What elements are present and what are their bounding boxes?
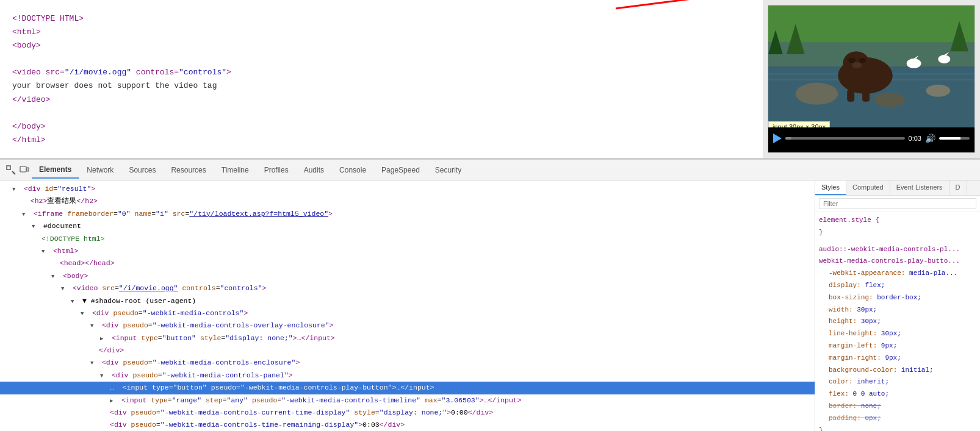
dom-line[interactable]: <body> xyxy=(0,270,815,282)
main-container: <!DOCTYPE HTML> <html> <body> <video src… xyxy=(0,0,980,431)
dom-line-iframe[interactable]: <iframe frameborder="0" name="i" src="/t… xyxy=(0,208,815,220)
triangle-icon xyxy=(22,210,29,219)
video-controls-bar: 0:03 🔊 xyxy=(768,127,975,149)
page-source: <!DOCTYPE HTML> <html> <body> <video src… xyxy=(0,0,763,158)
styles-tab-computed[interactable]: Computed xyxy=(846,180,890,195)
source-line xyxy=(12,52,751,66)
tab-timeline[interactable]: Timeline xyxy=(214,162,257,178)
triangle-icon xyxy=(71,297,78,306)
source-line: <body> xyxy=(12,39,751,52)
devtools-panel: Elements Network Sources Resources Timel… xyxy=(0,159,980,431)
source-line: <video src="/i/movie.ogg" controls="cont… xyxy=(12,66,751,79)
triangle-icon xyxy=(110,397,117,405)
dom-line[interactable]: ▼ #shadow-root (user-agent) xyxy=(0,295,815,307)
progress-bar[interactable] xyxy=(785,137,905,140)
tab-audits[interactable]: Audits xyxy=(297,162,332,178)
svg-point-6 xyxy=(874,93,905,107)
dom-line[interactable]: <div pseudo="-webkit-media-controls-encl… xyxy=(0,357,815,369)
dom-line[interactable]: <!DOCTYPE html> xyxy=(0,233,815,245)
triangle-icon xyxy=(41,248,49,256)
style-prop: -webkit-appearance: media-pla... xyxy=(819,268,976,280)
styles-panel: Styles Computed Event Listeners D elemen… xyxy=(815,180,980,431)
time-display: 0:03 xyxy=(909,135,921,142)
svg-point-11 xyxy=(859,58,866,63)
style-prop: margin-left: 9px; xyxy=(819,340,976,352)
styles-filter-input[interactable] xyxy=(819,198,976,209)
dom-line[interactable]: #document xyxy=(0,220,815,232)
volume-icon: 🔊 xyxy=(925,134,935,144)
style-prop: margin-right: 9px; xyxy=(819,352,976,365)
html-source-code: <!DOCTYPE HTML> <html> <body> <video src… xyxy=(12,12,751,147)
play-button[interactable] xyxy=(773,134,782,143)
style-selector: audio::-webkit-media-controls-pl... xyxy=(819,244,976,256)
video-preview: input 30px × 30px 0:03 🔊 xyxy=(768,5,975,153)
triangle-icon xyxy=(51,272,59,281)
tab-sources[interactable]: Sources xyxy=(121,162,164,178)
tab-profiles[interactable]: Profiles xyxy=(257,162,297,178)
dom-line[interactable]: <div pseudo="-webkit-media-controls-pane… xyxy=(0,369,815,382)
triangle-icon xyxy=(90,322,98,330)
svg-point-5 xyxy=(796,83,838,105)
dom-line[interactable]: <h2>查看结果</h2> xyxy=(0,195,815,207)
style-prop: background-color: initial; xyxy=(819,365,976,377)
devtools-main: <div id="result"> <h2>查看结果</h2> <iframe … xyxy=(0,180,980,431)
tab-pagespeed[interactable]: PageSpeed xyxy=(374,162,428,178)
dom-line[interactable]: <div pseudo="-webkit-media-controls-time… xyxy=(0,419,815,431)
input-size-tooltip: input 30px × 30px xyxy=(768,121,830,127)
style-prop: box-sizing: border-box; xyxy=(819,292,976,304)
svg-point-12 xyxy=(852,62,862,68)
svg-point-7 xyxy=(926,85,950,97)
triangle-icon xyxy=(100,335,107,343)
source-line: </html> xyxy=(12,134,751,147)
video-scene xyxy=(768,5,975,127)
browser-top: <!DOCTYPE HTML> <html> <body> <video src… xyxy=(0,0,980,159)
svg-rect-13 xyxy=(847,90,854,102)
device-mode-icon[interactable] xyxy=(18,164,31,176)
volume-slider[interactable] xyxy=(939,137,970,140)
dom-line-video[interactable]: <video src="/i/movie.ogg" controls="cont… xyxy=(0,282,815,294)
style-prop: color: inherit; xyxy=(819,376,976,388)
inspect-element-icon[interactable] xyxy=(5,164,17,176)
devtools-tabs: Elements Network Sources Resources Timel… xyxy=(32,162,469,179)
style-prop-strikethrough: padding: 0px; xyxy=(819,413,976,425)
triangle-icon xyxy=(90,359,98,368)
devtools-toolbar: Elements Network Sources Resources Timel… xyxy=(0,160,980,180)
source-line: your browser does not support the video … xyxy=(12,79,751,93)
styles-tab-styles[interactable]: Styles xyxy=(815,180,846,195)
triangle-icon xyxy=(100,372,107,380)
tab-elements[interactable]: Elements xyxy=(32,162,79,179)
dom-line[interactable]: <html> xyxy=(0,245,815,257)
style-prop: display: flex; xyxy=(819,280,976,292)
tab-network[interactable]: Network xyxy=(79,162,121,178)
dom-line[interactable]: <input type="button" style="display: non… xyxy=(0,332,815,344)
svg-rect-27 xyxy=(27,168,29,171)
style-prop: flex: 0 0 auto; xyxy=(819,388,976,401)
dom-line[interactable]: <div pseudo="-webkit-media-controls"> xyxy=(0,307,815,319)
dom-panel[interactable]: <div id="result"> <h2>查看结果</h2> <iframe … xyxy=(0,180,815,431)
triangle-icon xyxy=(32,223,39,231)
source-line: <!DOCTYPE HTML> xyxy=(12,12,751,26)
video-frame: input 30px × 30px xyxy=(768,5,975,127)
style-selector: element.style { xyxy=(819,215,976,227)
dom-line-selected[interactable]: … <input type="button" pseudo="-webkit-m… xyxy=(0,382,815,394)
dom-line[interactable]: <div pseudo="-webkit-media-controls-over… xyxy=(0,319,815,332)
style-prop: height: 30px; xyxy=(819,316,976,328)
styles-tab-event-listeners[interactable]: Event Listeners xyxy=(890,180,949,195)
dom-line[interactable]: <head></head> xyxy=(0,257,815,269)
tab-resources[interactable]: Resources xyxy=(164,162,214,178)
dom-line[interactable]: </div> xyxy=(0,344,815,357)
dom-line[interactable]: <div id="result"> xyxy=(0,183,815,195)
styles-tab-d[interactable]: D xyxy=(949,180,967,195)
triangle-icon xyxy=(12,185,20,194)
styles-content[interactable]: element.style { } audio::-webkit-media-c… xyxy=(815,212,980,431)
tab-security[interactable]: Security xyxy=(428,162,469,178)
svg-point-17 xyxy=(938,55,950,63)
source-line: </body> xyxy=(12,120,751,134)
dom-line[interactable]: <div pseudo="-webkit-media-controls-curr… xyxy=(0,407,815,419)
source-line: </video> xyxy=(12,93,751,107)
style-prop-strikethrough: border: none; xyxy=(819,401,976,413)
svg-point-15 xyxy=(907,59,921,68)
svg-rect-26 xyxy=(20,166,26,172)
dom-line[interactable]: <input type="range" step="any" pseudo="-… xyxy=(0,394,815,407)
tab-console[interactable]: Console xyxy=(332,162,374,178)
